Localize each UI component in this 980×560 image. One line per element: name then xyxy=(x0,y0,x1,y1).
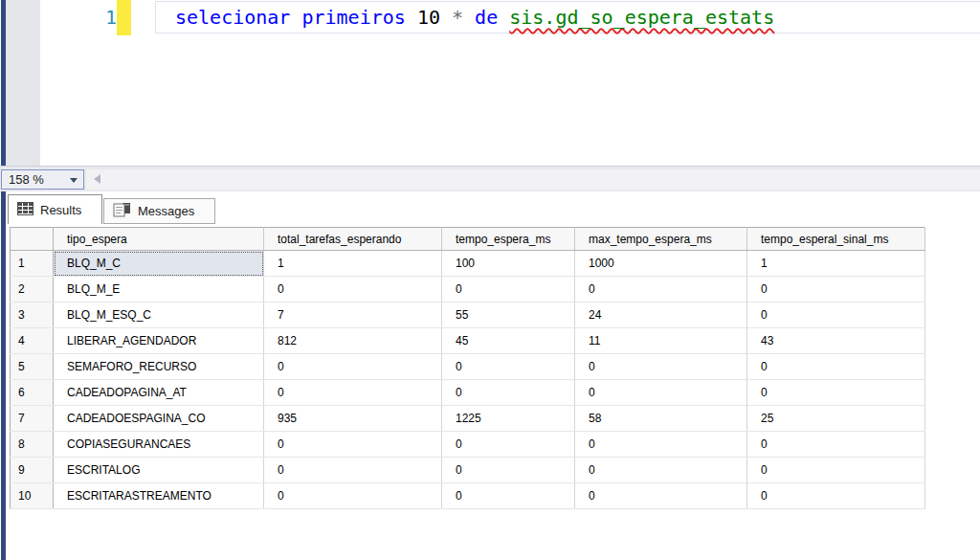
grid-cell[interactable]: 55 xyxy=(442,302,575,328)
code-token-error-identifier: sis.gd_so_espera_estats xyxy=(509,6,774,29)
table-row: 2BLQ_M_E0000 xyxy=(11,277,925,302)
grid-cell[interactable]: COPIASEGURANCAES xyxy=(54,432,264,458)
grid-cell[interactable]: 0 xyxy=(264,380,442,406)
grid-cell[interactable]: SEMAFORO_RECURSO xyxy=(54,354,264,380)
row-number-cell[interactable]: 7 xyxy=(11,406,54,432)
table-row: 6CADEADOPAGINA_AT0000 xyxy=(11,380,925,406)
horizontal-scrollbar[interactable] xyxy=(86,169,980,190)
code-token-number: 10 xyxy=(417,6,440,29)
grid-cell[interactable]: 7 xyxy=(264,302,442,328)
tab-messages[interactable]: Messages xyxy=(103,198,215,224)
table-row: 7CADEADOESPAGINA_CO93512255825 xyxy=(11,406,925,432)
row-number-cell[interactable]: 8 xyxy=(11,432,54,458)
grid-cell[interactable]: LIBERAR_AGENDADOR xyxy=(54,328,264,354)
grid-cell[interactable]: 0 xyxy=(442,483,575,509)
grid-cell[interactable]: 0 xyxy=(747,432,925,458)
grid-cell[interactable]: BLQ_M_C xyxy=(54,251,264,277)
tab-results-label: Results xyxy=(40,203,81,217)
grid-cell[interactable]: 0 xyxy=(442,380,575,406)
grid-cell[interactable]: 0 xyxy=(575,483,747,509)
table-row: 10ESCRITARASTREAMENTO0000 xyxy=(11,483,925,509)
grid-cell[interactable]: 0 xyxy=(575,354,747,380)
row-number-cell[interactable]: 10 xyxy=(11,483,54,509)
grid-cell[interactable]: 0 xyxy=(442,354,575,380)
grid-cell[interactable]: 1225 xyxy=(442,406,575,432)
grid-cell[interactable]: BLQ_M_E xyxy=(54,277,264,302)
grid-cell[interactable]: 58 xyxy=(575,406,747,432)
table-row: 9ESCRITALOG0000 xyxy=(11,458,925,483)
code-token-plain xyxy=(440,6,452,29)
grid-cell[interactable]: 0 xyxy=(575,458,747,483)
query-editor[interactable]: 1 selecionar primeiros 10 * de sis.gd_so… xyxy=(6,0,980,166)
row-number-cell[interactable]: 2 xyxy=(11,277,54,302)
chevron-down-icon xyxy=(70,178,78,183)
grid-cell[interactable]: CADEADOESPAGINA_CO xyxy=(54,406,264,432)
column-header[interactable]: tempo_esperal_sinal_ms xyxy=(747,228,925,251)
grid-cell[interactable]: 0 xyxy=(575,380,747,406)
grid-cell[interactable]: ESCRITALOG xyxy=(54,458,264,483)
grid-cell[interactable]: 0 xyxy=(264,277,442,302)
change-tracking-bar xyxy=(117,0,131,35)
grid-cell[interactable]: 0 xyxy=(264,483,442,509)
grid-cell[interactable]: 0 xyxy=(442,458,575,483)
editor-bottom-bar: 158 % xyxy=(0,166,980,191)
grid-cell[interactable]: 0 xyxy=(747,277,925,302)
grid-cell[interactable]: 0 xyxy=(747,302,925,328)
grid-cell[interactable]: BLQ_M_ESQ_C xyxy=(54,302,264,328)
grid-cell[interactable]: CADEADOPAGINA_AT xyxy=(54,380,264,406)
grid-cell[interactable]: 935 xyxy=(264,406,442,432)
code-token-operator: * xyxy=(452,6,463,29)
results-tab-bar: Results Messages xyxy=(6,193,980,224)
grid-cell[interactable]: 24 xyxy=(575,302,747,328)
results-grid[interactable]: tipo_esperatotal_tarefas_esperandotempo_… xyxy=(10,227,925,509)
column-header[interactable]: tipo_espera xyxy=(54,228,264,251)
grid-cell[interactable]: 100 xyxy=(442,251,575,277)
code-token-keyword: de xyxy=(475,6,498,29)
grid-cell[interactable]: 0 xyxy=(575,432,747,458)
table-row: 3BLQ_M_ESQ_C755240 xyxy=(11,302,925,328)
grid-cell[interactable]: 0 xyxy=(264,354,442,380)
grid-cell[interactable]: 0 xyxy=(264,432,442,458)
grid-cell[interactable]: ESCRITARASTREAMENTO xyxy=(54,483,264,509)
grid-corner-cell[interactable] xyxy=(11,228,54,251)
grid-cell[interactable]: 0 xyxy=(747,458,925,483)
grid-cell[interactable]: 43 xyxy=(747,328,925,354)
grid-cell[interactable]: 25 xyxy=(747,406,925,432)
tab-results[interactable]: Results xyxy=(8,194,102,224)
row-number-cell[interactable]: 1 xyxy=(11,251,54,277)
table-row: 1BLQ_M_C110010001 xyxy=(11,251,925,277)
grid-cell[interactable]: 1 xyxy=(264,251,442,277)
column-header[interactable]: tempo_espera_ms xyxy=(442,228,575,251)
table-row: 4LIBERAR_AGENDADOR812451143 xyxy=(11,328,925,354)
code-token-plain xyxy=(498,6,509,29)
row-number-cell[interactable]: 3 xyxy=(11,302,54,328)
column-header[interactable]: total_tarefas_esperando xyxy=(264,228,442,251)
grid-cell[interactable]: 0 xyxy=(747,483,925,509)
grid-cell[interactable]: 11 xyxy=(575,328,747,354)
scroll-left-icon[interactable] xyxy=(94,174,100,184)
row-number-cell[interactable]: 4 xyxy=(11,328,54,354)
grid-cell[interactable]: 1 xyxy=(747,251,925,277)
grid-cell[interactable]: 0 xyxy=(264,458,442,483)
grid-cell[interactable]: 45 xyxy=(442,328,575,354)
row-number-cell[interactable]: 9 xyxy=(11,458,54,483)
grid-cell[interactable]: 0 xyxy=(747,354,925,380)
editor-indicator-margin xyxy=(6,0,40,166)
grid-cell[interactable]: 0 xyxy=(747,380,925,406)
grid-cell[interactable]: 0 xyxy=(442,277,575,302)
results-pane: Results Messages tipo_esperatotal_tarefa… xyxy=(6,191,980,560)
line-number: 1 xyxy=(94,3,117,32)
code-line-text[interactable]: selecionar primeiros 10 * de sis.gd_so_e… xyxy=(175,2,774,33)
row-number-cell[interactable]: 6 xyxy=(11,380,54,406)
row-number-cell[interactable]: 5 xyxy=(11,354,54,380)
grid-header-row: tipo_esperatotal_tarefas_esperandotempo_… xyxy=(11,228,925,251)
zoom-level-value: 158 % xyxy=(9,172,44,187)
grid-cell[interactable]: 1000 xyxy=(575,251,747,277)
tab-messages-label: Messages xyxy=(138,204,194,218)
grid-cell[interactable]: 0 xyxy=(575,277,747,302)
messages-icon xyxy=(113,202,131,220)
grid-cell[interactable]: 0 xyxy=(442,432,575,458)
column-header[interactable]: max_tempo_espera_ms xyxy=(575,228,747,251)
grid-cell[interactable]: 812 xyxy=(264,328,442,354)
zoom-level-dropdown[interactable]: 158 % xyxy=(1,169,84,190)
